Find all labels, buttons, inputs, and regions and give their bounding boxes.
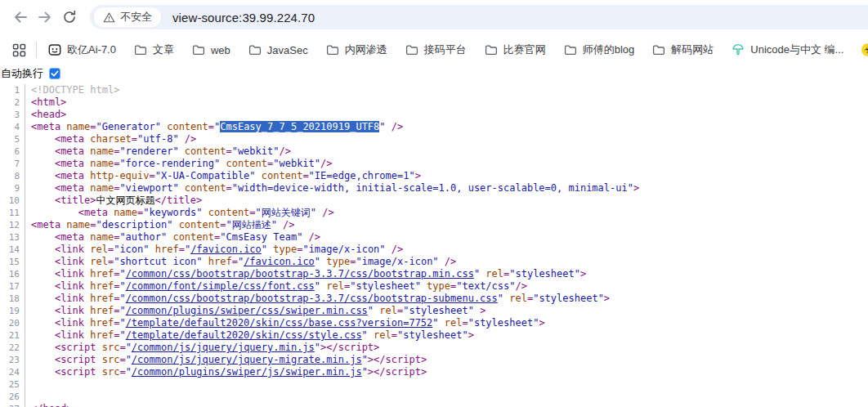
code-line: 22 <script src="/common/js/jquery/jquery… [0, 342, 868, 354]
line-number: 13 [0, 231, 25, 244]
source-code: 1<!DOCTYPE html>2<html>3<head>4<meta nam… [0, 82, 868, 407]
code-line: 4<meta name="Generator" content="CmsEasy… [0, 121, 868, 133]
line-number: 5 [0, 133, 25, 145]
folder-icon [405, 43, 418, 56]
code-text: <link rel="icon" href="/favicon.ico" typ… [25, 244, 403, 256]
refresh-button[interactable] [57, 5, 82, 29]
bookmark-label: 文章 [153, 42, 174, 57]
bookmark-item[interactable]: ☣Python3 爬 [861, 42, 868, 57]
source-link[interactable]: /favicon.ico [190, 244, 262, 255]
umbrella-icon [732, 43, 745, 56]
source-link[interactable]: /template/default2020/skin/css/style.css [126, 329, 362, 341]
bookmark-item[interactable]: 比赛官网 [485, 42, 546, 57]
folder-icon [248, 43, 262, 56]
line-number: 2 [0, 96, 25, 109]
folder-icon [652, 43, 665, 56]
code-text: <script src="/common/plugins/swiper/js/s… [25, 366, 427, 378]
code-text: <link href="/common/css/bootstrap/bootst… [25, 268, 586, 280]
chat-face-icon [48, 43, 61, 56]
line-number: 10 [0, 195, 25, 207]
bookmark-label: Unicode与中文 编... [750, 42, 843, 57]
line-number: 22 [0, 342, 25, 354]
bookmark-item[interactable]: JavaSec [248, 43, 308, 56]
code-text [25, 391, 31, 403]
bookmark-item[interactable]: 师傅的blog [564, 42, 635, 57]
line-number: 12 [0, 219, 25, 231]
code-line: 27</head> [0, 403, 868, 407]
code-text: <meta name="viewport" content="width=dev… [25, 182, 639, 195]
bookmark-item[interactable]: web [192, 43, 230, 56]
code-line: 14 <link rel="icon" href="/favicon.ico" … [0, 244, 868, 256]
code-line: 6 <meta name="renderer" content="webkit"… [0, 145, 868, 158]
code-line: 19 <link href="/common/plugins/swiper/cs… [0, 305, 868, 317]
checkbox-checked-icon [49, 68, 60, 79]
source-link[interactable]: /template/default2020/skin/css/base.css?… [126, 317, 433, 329]
line-number: 6 [0, 145, 25, 158]
code-line: 24 <script src="/common/plugins/swiper/j… [0, 366, 868, 378]
bookmark-label: 解码网站 [671, 42, 714, 57]
code-text: <meta name="Generator" content="CmsEasy_… [25, 121, 403, 133]
code-line: 3<head> [0, 109, 868, 121]
line-number: 24 [0, 366, 25, 378]
forward-button[interactable] [33, 5, 57, 29]
apps-grid-button[interactable] [8, 39, 29, 60]
code-text: <link href="/common/css/bootstrap/bootst… [25, 293, 610, 305]
line-number: 25 [0, 378, 25, 391]
source-link[interactable]: /common/plugins/swiper/js/swiper.min.js [132, 366, 362, 378]
bookmark-items: 欧亿Ai-7.0文章webJavaSec内网渗透接码平台比赛官网师傅的blog解… [48, 42, 868, 57]
bookmark-item[interactable]: 文章 [134, 42, 174, 57]
code-text: </head> [25, 403, 73, 407]
bookmark-item[interactable]: 解码网站 [652, 42, 714, 57]
source-link[interactable]: /common/css/bootstrap/bootstrap-3.3.7/cs… [126, 268, 474, 280]
bookmark-item[interactable]: Unicode与中文 编... [732, 42, 843, 57]
line-wrap-checkbox[interactable] [49, 68, 60, 79]
bookmarks-separator [36, 42, 37, 58]
bookmark-item[interactable]: 接码平台 [405, 42, 467, 57]
code-text: <head> [25, 109, 66, 121]
line-number: 1 [0, 84, 25, 96]
line-number: 3 [0, 109, 25, 121]
code-line: 20 <link href="/template/default2020/ski… [0, 317, 868, 329]
line-wrap-label: 自动换行 [1, 66, 43, 81]
code-text: <link rel="shortcut icon" href="/favicon… [25, 256, 456, 268]
code-line: 1<!DOCTYPE html> [0, 84, 868, 96]
code-text: <link href="/common/plugins/swiper/css/s… [25, 305, 485, 317]
source-link[interactable]: /common/js/jquery/jquery-migrate.min.js [132, 354, 362, 365]
code-line: 5 <meta charset="utf-8" /> [0, 133, 868, 145]
code-line: 26 [0, 391, 868, 403]
code-line: 17 <link href="/common/font/simple/css/f… [0, 280, 868, 293]
security-chip[interactable]: 不安全 [94, 7, 161, 27]
line-number: 26 [0, 391, 25, 403]
bookmark-label: 内网渗透 [345, 42, 387, 57]
code-text: <link href="/common/font/simple/css/font… [25, 280, 527, 293]
code-text: <meta name="force-rendering" content="we… [25, 158, 333, 170]
code-text: <!DOCTYPE html> [25, 84, 119, 96]
code-line: 13 <meta name="author" content="CmsEasy … [0, 231, 868, 244]
url-text[interactable]: view-source:39.99.224.70 [172, 11, 315, 25]
code-line: 7 <meta name="force-rendering" content="… [0, 158, 868, 170]
address-bar[interactable]: 不安全 view-source:39.99.224.70 [90, 5, 868, 29]
source-link[interactable]: /common/js/jquery/jquery.min.js [132, 342, 315, 353]
line-number: 21 [0, 329, 25, 342]
line-number: 14 [0, 244, 25, 256]
code-text: <link href="/template/default2020/skin/c… [25, 317, 545, 329]
code-line: 23 <script src="/common/js/jquery/jquery… [0, 354, 868, 366]
bookmark-label: 比赛官网 [503, 42, 546, 57]
source-link[interactable]: /common/font/simple/css/font.css [126, 280, 315, 292]
forward-arrow-icon [37, 9, 53, 25]
bookmark-item[interactable]: 内网渗透 [326, 42, 387, 57]
code-line: 21 <link href="/template/default2020/ski… [0, 329, 868, 342]
code-text [25, 378, 31, 391]
back-button[interactable] [8, 5, 33, 29]
code-line: 12<meta name="description" content="网站描述… [0, 219, 868, 231]
code-text: <title>中文网页标题</title> [25, 195, 202, 207]
code-text: <meta charset="utf-8" /> [25, 133, 196, 145]
source-link[interactable]: /favicon.ico [244, 256, 315, 267]
code-line: 8 <meta http-equiv="X-UA-Compatible" con… [0, 170, 868, 182]
source-link[interactable]: /common/plugins/swiper/css/swiper.min.cs… [126, 305, 368, 316]
line-number: 19 [0, 305, 25, 317]
folder-icon [326, 43, 339, 56]
code-line: 9 <meta name="viewport" content="width=d… [0, 182, 868, 195]
bookmark-item[interactable]: 欧亿Ai-7.0 [48, 42, 116, 57]
source-link[interactable]: /common/css/bootstrap/bootstrap-3.3.7/cs… [126, 293, 498, 304]
